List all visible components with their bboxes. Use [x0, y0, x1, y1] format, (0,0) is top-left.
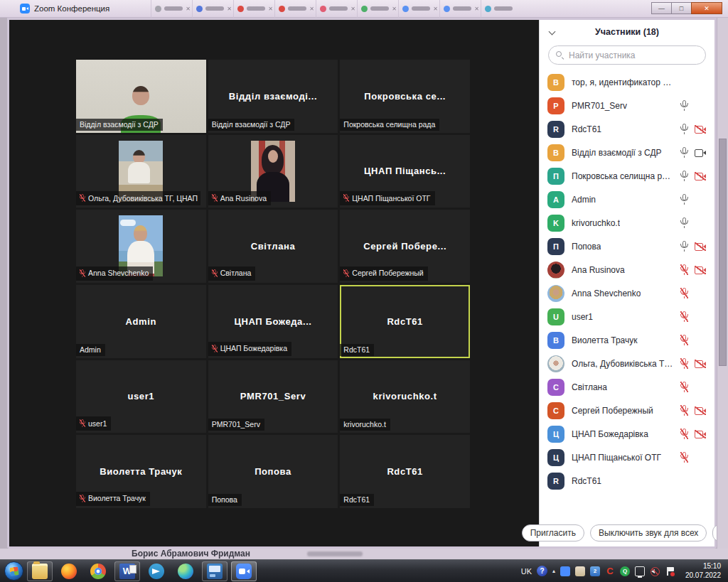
camera-icon[interactable] [695, 266, 706, 274]
participant-row[interactable]: С Сергей Побережный [540, 399, 714, 422]
mic-icon[interactable] [680, 405, 688, 416]
tray-document-icon[interactable] [575, 566, 585, 576]
blurred-tab[interactable]: ✕ [439, 0, 481, 18]
video-tile-active-speaker[interactable]: RdcT61 RdcT61 [340, 285, 470, 358]
video-tile[interactable]: Admin Admin [76, 285, 206, 358]
video-tile[interactable]: Світлана Світлана [208, 210, 338, 283]
blurred-tab[interactable]: ✕ [233, 0, 274, 18]
video-tile[interactable]: Попова Попова [208, 435, 338, 508]
tab-close-icon[interactable]: ✕ [227, 6, 232, 12]
mic-icon[interactable] [680, 124, 688, 134]
taskbar-word[interactable]: W [114, 561, 140, 581]
participant-row[interactable]: В Виолетта Трачук [540, 328, 714, 352]
blurred-tab[interactable]: ✕ [274, 0, 316, 18]
video-tile[interactable]: Відділ взаємоді... Відділ взаємодії з СД… [208, 60, 338, 133]
video-tile[interactable]: Відділ взаємодії з СДР [76, 60, 206, 133]
mic-icon[interactable] [680, 194, 688, 205]
tab-close-icon[interactable]: ✕ [350, 6, 355, 12]
participant-row[interactable]: С Світлана [540, 375, 714, 399]
camera-icon[interactable] [695, 406, 706, 415]
mic-icon[interactable] [680, 382, 688, 392]
tray-action-center-flag-icon[interactable] [665, 566, 675, 576]
video-tile[interactable]: Сергей Побере... Сергей Побережный [340, 210, 470, 283]
mic-icon[interactable] [680, 100, 688, 111]
camera-icon[interactable] [695, 125, 706, 134]
blurred-tab[interactable]: ✕ [316, 0, 357, 18]
participant-row[interactable]: K krivoruchko.t [540, 211, 714, 235]
blurred-tab[interactable]: ✕ [398, 0, 439, 18]
blurred-tab[interactable] [481, 0, 522, 18]
video-tile[interactable]: Виолетта Трачук Виолетта Трачук [76, 435, 206, 508]
camera-icon[interactable] [695, 430, 706, 438]
tab-close-icon[interactable]: ✕ [186, 6, 191, 12]
video-tile[interactable]: Anna Shevchenko [76, 210, 206, 283]
tray-volume-muted-icon[interactable] [650, 566, 660, 576]
video-tile[interactable]: ЦНАП Божеда... ЦНАП Божедарівка [208, 285, 338, 358]
tray-network-icon[interactable] [635, 566, 645, 576]
participant-row[interactable]: R RdcT61 [540, 469, 714, 492]
participant-row[interactable]: Ц ЦНАП Божедарівка [540, 422, 714, 446]
maximize-button[interactable]: □ [671, 2, 692, 14]
taskbar-firefox[interactable] [56, 561, 82, 581]
mic-icon[interactable] [680, 264, 688, 275]
tray-app-icon[interactable]: 2 [590, 566, 600, 576]
participant-row[interactable]: Ц ЦНАП Піщанської ОТГ [540, 446, 714, 469]
help-icon[interactable]: ? [537, 566, 547, 576]
participant-row[interactable]: Ana Rusinova [540, 258, 714, 281]
tab-close-icon[interactable]: ✕ [268, 6, 273, 12]
participant-row[interactable]: П Попова [540, 235, 714, 258]
mic-icon[interactable] [680, 241, 688, 252]
mic-icon[interactable] [680, 147, 688, 158]
taskbar-edge[interactable] [173, 561, 198, 581]
tab-close-icon[interactable]: ✕ [433, 6, 438, 12]
participant-row[interactable]: R RdcT61 [540, 117, 714, 141]
camera-icon[interactable] [695, 149, 706, 157]
mic-icon[interactable] [680, 335, 688, 345]
taskbar-telegram[interactable] [144, 561, 169, 581]
mic-icon[interactable] [680, 429, 688, 439]
mic-icon[interactable] [680, 171, 688, 181]
show-hidden-icons-arrow[interactable]: ▴ [552, 568, 555, 574]
taskbar-zoom[interactable] [231, 561, 257, 581]
invite-button[interactable]: Пригласить [522, 524, 584, 541]
mute-all-button[interactable]: Выключить звук для всех [590, 524, 707, 541]
mic-icon[interactable] [680, 311, 688, 322]
participant-row[interactable]: В тор, я, идентификатор участника: 49893… [540, 70, 714, 94]
chevron-down-icon[interactable] [549, 28, 556, 36]
tray-zoom-icon[interactable] [560, 566, 570, 576]
video-tile[interactable]: PMR701_Serv PMR701_Serv [208, 360, 338, 433]
mic-icon[interactable] [680, 358, 688, 369]
scrollbar-thumb[interactable] [719, 139, 727, 366]
mic-icon[interactable] [680, 288, 688, 298]
video-tile[interactable]: krivoruchko.t krivoruchko.t [340, 360, 470, 433]
participant-row[interactable]: В Відділ взаємодії з СДР [540, 141, 714, 164]
taskbar-clock[interactable]: 15:10 20.07.2022 [680, 562, 721, 580]
participant-row[interactable]: A Admin [540, 188, 714, 211]
video-tile[interactable]: user1 user1 [76, 360, 206, 433]
blurred-tab[interactable]: ✕ [151, 0, 192, 18]
tab-close-icon[interactable]: ✕ [309, 6, 314, 12]
search-input[interactable] [548, 45, 706, 65]
tab-close-icon[interactable]: ✕ [474, 6, 479, 12]
participant-row[interactable]: U user1 [540, 305, 714, 328]
start-button[interactable] [4, 561, 23, 581]
taskbar-chrome[interactable] [85, 561, 111, 581]
video-tile[interactable]: Покровська се... Покровська селищна рада [340, 60, 470, 133]
participant-row[interactable]: Ольга, Дубовиківська ТГ, ЦНАП [540, 352, 714, 375]
camera-icon[interactable] [695, 242, 706, 251]
minimize-button[interactable]: — [651, 2, 672, 14]
blurred-tab[interactable]: ✕ [192, 0, 233, 18]
video-tile[interactable]: ЦНАП Піщансь... ЦНАП Піщанської ОТГ [340, 135, 470, 208]
participant-row[interactable]: Anna Shevchenko [540, 281, 714, 305]
video-tile[interactable]: RdcT61 RdcT61 [340, 435, 470, 508]
tray-comodo-icon[interactable]: C [605, 566, 615, 576]
video-tile[interactable]: Ana Rusinova [208, 135, 338, 208]
participant-row[interactable]: P PMR701_Serv [540, 94, 714, 117]
mic-icon[interactable] [680, 217, 688, 228]
participant-row[interactable]: П Покровська селищна рада [540, 164, 714, 188]
camera-icon[interactable] [695, 360, 706, 368]
video-tile[interactable]: Ольга, Дубовиківська ТГ, ЦНАП [76, 135, 206, 208]
tab-zoom-conference[interactable]: Zoom Конференция [20, 4, 109, 14]
mic-icon[interactable] [680, 452, 688, 463]
taskbar-presentation-app[interactable] [202, 561, 228, 581]
